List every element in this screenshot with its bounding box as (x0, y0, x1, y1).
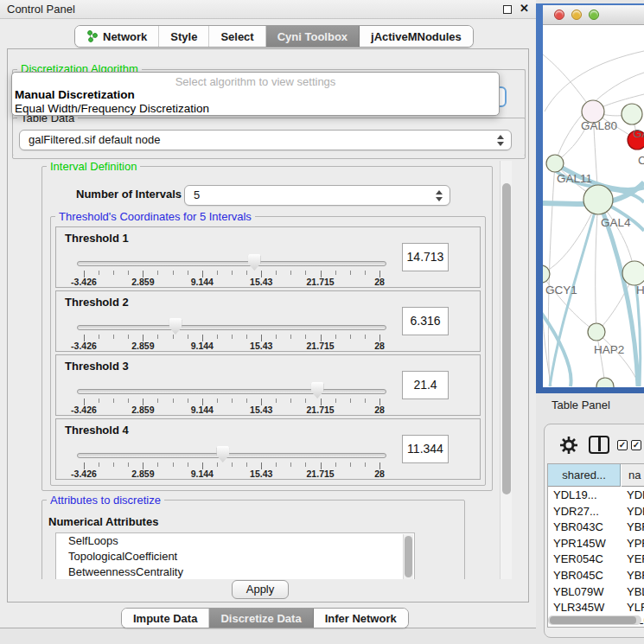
minimize-traffic-light-icon[interactable] (571, 10, 582, 20)
node-label-partial-h: H (636, 284, 644, 296)
slider-thumb[interactable] (169, 318, 182, 335)
threshold-slider[interactable]: -3.4262.8599.14415.4321.71528 (77, 379, 386, 414)
threshold-name: Threshold 1 (65, 232, 129, 245)
close-icon[interactable]: ✕ (520, 2, 529, 15)
panel-scrollbar-thumb[interactable] (502, 183, 511, 494)
network-canvas[interactable]: GAL80 GA C GAL11 GAL4 GCY1 H HAP2 (543, 25, 644, 387)
table-data-value: galFiltered.sif default node (29, 133, 160, 146)
tab-label: jActiveMNodules (371, 30, 462, 43)
panel-title: Control Panel (7, 3, 75, 16)
slider-ticks (84, 462, 379, 467)
threshold-value-field[interactable]: 21.4 (402, 371, 449, 399)
tab-cyni-toolbox[interactable]: Cyni Toolbox (266, 26, 360, 47)
tab-discretize-data[interactable]: Discretize Data (209, 609, 313, 628)
list-scrollbar-thumb[interactable] (405, 536, 412, 577)
slider-thumb[interactable] (216, 446, 229, 462)
slider-thumb[interactable] (311, 382, 324, 399)
node-gcy1[interactable] (543, 265, 550, 283)
tab-impute-data[interactable]: Impute Data (122, 609, 209, 628)
table-row[interactable]: YBL079WYBL0 (548, 585, 644, 602)
table-row[interactable]: YER054CYER0 (548, 552, 644, 569)
network-window-titlebar (543, 5, 644, 25)
tab-label: Select (220, 30, 253, 43)
tab-label: Infer Network (325, 612, 397, 625)
dropdown-option-equal-width[interactable]: Equal Width/Frequency Discretization (12, 102, 499, 116)
tab-label: Style (170, 30, 197, 43)
numerical-attributes-label: Numerical Attributes (48, 515, 158, 528)
table-panel-title: Table Panel (552, 399, 610, 411)
slider-ticks (84, 335, 379, 339)
interval-definition-label: Interval Definition (47, 161, 140, 173)
split-columns-icon[interactable] (589, 436, 609, 454)
panel-scrollbar[interactable] (500, 161, 512, 579)
threshold-name: Threshold 3 (65, 360, 129, 373)
table-data-combobox[interactable]: galFiltered.sif default node (19, 130, 512, 150)
dropdown-option-manual[interactable]: Manual Discretization (12, 88, 499, 102)
combo-stepper-icon (435, 189, 443, 202)
threshold-slider[interactable]: -3.4262.8599.14415.4321.71528 (77, 443, 386, 478)
tab-label: Discretize Data (220, 612, 301, 625)
tab-label: Network (103, 30, 147, 43)
table-row[interactable]: YBR043CYBR0 (548, 520, 644, 537)
node-top-right[interactable] (622, 104, 642, 124)
close-traffic-light-icon[interactable] (554, 10, 564, 20)
table-row[interactable]: YPR145WYPR1 (548, 537, 644, 553)
threshold-panel-2: Threshold 2 -3.4262.8599.14415.4321.7152… (55, 290, 481, 352)
number-of-intervals-combobox[interactable]: 5 (184, 185, 450, 206)
network-graph: GAL80 GA C GAL11 GAL4 GCY1 H HAP2 (543, 25, 644, 387)
float-window-icon[interactable] (503, 5, 512, 14)
column-header-shared[interactable]: shared... (548, 464, 621, 487)
numerical-attributes-list: SelfLoops TopologicalCoefficient Between… (55, 532, 415, 579)
threshold-value-field[interactable]: 14.713 (402, 243, 449, 271)
table-row[interactable]: YBR045CYBR0 (548, 569, 644, 585)
zoom-traffic-light-icon[interactable] (589, 10, 599, 20)
attributes-group-label: Attributes to discretize (47, 494, 164, 507)
slider-tick-labels: -3.4262.8599.14415.4321.71528 (84, 469, 379, 479)
tab-style[interactable]: Style (159, 26, 209, 47)
list-item[interactable]: SelfLoops (56, 533, 414, 549)
thresholds-group-label: Threshold's Coordinates for 5 Intervals (55, 210, 255, 223)
top-tab-bar: Network Style Select Cyni Toolbox jActiv… (74, 25, 474, 48)
threshold-name: Threshold 2 (65, 296, 129, 309)
list-scrollbar[interactable] (403, 534, 413, 579)
node-right-h[interactable] (622, 261, 644, 285)
tab-select[interactable]: Select (209, 26, 265, 47)
threshold-slider[interactable]: -3.4262.8599.14415.4321.71528 (77, 252, 386, 286)
settings-viewport: Interval Definition Number of Intervals … (12, 161, 500, 579)
network-icon (86, 30, 99, 42)
table-row[interactable]: YDR27...YDR2 (548, 505, 644, 521)
node-gal11[interactable] (546, 155, 564, 172)
column-header-name[interactable]: na (622, 464, 644, 487)
dropdown-placeholder: Select algorithm to view settings (12, 73, 499, 88)
apply-button[interactable]: Apply (232, 580, 289, 599)
threshold-slider[interactable]: -3.4262.8599.14415.4321.71528 (77, 316, 386, 350)
tab-label: Cyni Toolbox (277, 30, 348, 43)
slider-tick-labels: -3.4262.8599.14415.4321.71528 (84, 405, 379, 415)
list-item[interactable]: TopologicalCoefficient (56, 549, 414, 564)
tab-infer-network[interactable]: Infer Network (314, 609, 408, 628)
control-panel-titlebar: Control Panel ✕ (0, 0, 536, 19)
node-bottom-partial[interactable] (596, 378, 614, 387)
slider-ticks (84, 399, 379, 403)
threshold-value-field[interactable]: 11.344 (402, 435, 449, 463)
threshold-value-field[interactable]: 6.316 (402, 307, 449, 335)
checkbox-icon[interactable]: ✓ (617, 440, 628, 450)
control-panel: Control Panel ✕ Network Style Select Cyn… (0, 0, 536, 628)
list-item[interactable]: BetweennessCentrality (56, 564, 414, 579)
tab-network[interactable]: Network (75, 26, 159, 47)
table-horizontal-scrollbar-thumb[interactable] (550, 616, 636, 624)
node-label-gal80: GAL80 (581, 119, 617, 132)
slider-tick-labels: -3.4262.8599.14415.4321.71528 (84, 277, 379, 287)
tab-jactivemnodules[interactable]: jActiveMNodules (360, 26, 473, 47)
slider-thumb[interactable] (248, 254, 261, 271)
node-label-partial-ga: GA (633, 127, 644, 140)
number-of-intervals-label: Number of Intervals (76, 188, 182, 201)
node-gal4[interactable] (583, 185, 613, 214)
node-hap2[interactable] (588, 323, 605, 341)
checkbox-icon[interactable]: ✓ (631, 440, 641, 450)
node-label-gal11: GAL11 (557, 172, 592, 185)
node-attribute-table: shared... na YDL19...YDL1 YDR27...YDR2 Y… (547, 463, 644, 628)
node-label-gcy1: GCY1 (545, 284, 577, 296)
gear-icon[interactable] (559, 436, 578, 455)
table-row[interactable]: YDL19...YDL1 (548, 488, 644, 505)
